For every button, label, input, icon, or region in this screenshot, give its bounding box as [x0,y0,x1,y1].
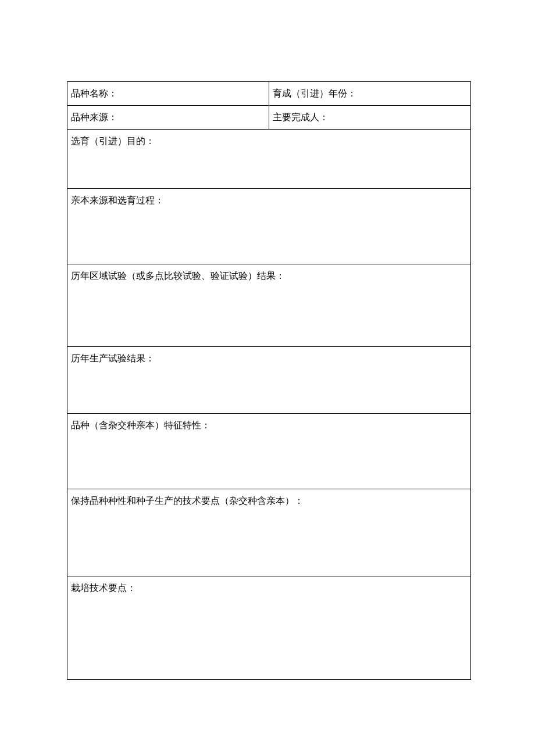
developed-year-cell[interactable]: 育成（引进）年份： [269,82,471,106]
variety-characteristics-cell[interactable]: 品种（含杂交种亲本）特征特性： [67,414,471,489]
breeding-purpose-cell[interactable]: 选育（引进）目的： [67,130,471,189]
production-trial-cell[interactable]: 历年生产试验结果： [67,347,471,414]
parent-source-cell[interactable]: 亲本来源和选育过程： [67,189,471,264]
regional-trial-cell[interactable]: 历年区域试验（或多点比较试验、验证试验）结果： [67,264,471,347]
variety-source-cell[interactable]: 品种来源： [67,106,269,130]
variety-form-table: 品种名称： 育成（引进）年份： 品种来源： 主要完成人： 选育（引进）目的： 亲… [67,81,471,680]
cultivation-cell[interactable]: 栽培技术要点： [67,576,471,680]
seed-production-cell[interactable]: 保持品种种性和种子生产的技术要点（杂交种含亲本）： [67,489,471,576]
variety-name-cell[interactable]: 品种名称： [67,82,269,106]
main-completer-cell[interactable]: 主要完成人： [269,106,471,130]
